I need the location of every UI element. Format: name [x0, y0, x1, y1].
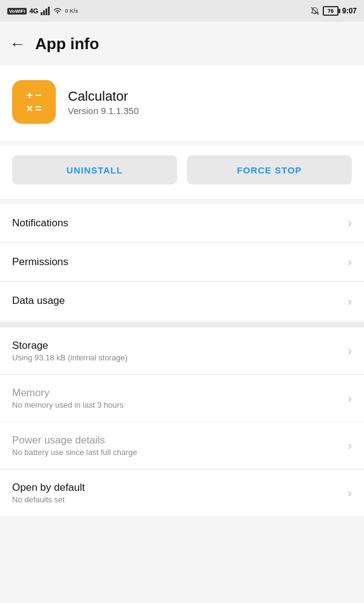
action-buttons: UNINSTALL FORCE STOP [0, 146, 364, 199]
svg-rect-1 [43, 10, 45, 15]
memory-content: Memory No memory used in last 3 hours [12, 387, 124, 409]
status-time: 9:07 [342, 7, 357, 15]
open-by-default-title: Open by default [12, 482, 85, 494]
data-speed: 0 K/s [65, 8, 78, 14]
battery-icon: 76 [323, 6, 339, 16]
notifications-title: Notifications [12, 217, 69, 229]
data-usage-title: Data usage [12, 295, 65, 307]
force-stop-button[interactable]: FORCE STOP [187, 155, 352, 184]
notifications-chevron: › [348, 216, 352, 230]
vowifi-badge: VoWiFi [7, 8, 27, 15]
status-bar: VoWiFi 4G 0 K/s 76 9:07 [0, 0, 364, 22]
app-info-card: + − × = Calculator Version 9.1.1.350 [0, 66, 364, 141]
svg-rect-2 [46, 8, 47, 15]
open-by-default-chevron: › [348, 486, 352, 500]
calc-times: × [26, 103, 33, 114]
app-name: Calculator [68, 89, 139, 104]
storage-subtitle: Using 93.18 kB (internal storage) [12, 353, 127, 362]
signal-icon [41, 7, 50, 15]
app-bar: ← App info [0, 22, 364, 66]
app-icon: + − × = [12, 80, 56, 124]
power-usage-content: Power usage details No battery use since… [12, 434, 137, 457]
permissions-title: Permissions [12, 256, 69, 268]
wifi-icon [53, 7, 62, 15]
permissions-item[interactable]: Permissions › [0, 243, 364, 281]
permissions-content: Permissions [12, 256, 69, 268]
page-title: App info [35, 35, 99, 53]
open-by-default-item[interactable]: Open by default No defaults set › [0, 470, 364, 516]
permissions-chevron: › [348, 255, 352, 269]
section-break [0, 323, 364, 328]
app-version: Version 9.1.1.350 [68, 106, 139, 116]
svg-rect-0 [41, 12, 42, 15]
svg-rect-3 [48, 7, 50, 15]
notifications-item[interactable]: Notifications › [0, 204, 364, 243]
open-by-default-content: Open by default No defaults set [12, 482, 85, 504]
notifications-content: Notifications [12, 217, 69, 229]
memory-subtitle: No memory used in last 3 hours [12, 400, 124, 409]
back-button[interactable]: ← [10, 36, 25, 52]
memory-chevron: › [348, 391, 352, 405]
data-usage-chevron: › [348, 294, 352, 308]
menu-section-1: Notifications › Permissions › Data usage… [0, 204, 364, 320]
data-usage-item[interactable]: Data usage › [0, 281, 364, 320]
app-icon-grid: + − × = [20, 84, 47, 120]
power-usage-chevron: › [348, 439, 352, 453]
data-usage-content: Data usage [12, 295, 65, 307]
uninstall-button[interactable]: UNINSTALL [12, 155, 177, 184]
status-right: 76 9:07 [311, 6, 357, 16]
battery-level: 76 [328, 8, 334, 14]
power-usage-item[interactable]: Power usage details No battery use since… [0, 422, 364, 470]
app-details: Calculator Version 9.1.1.350 [68, 89, 139, 116]
menu-section-2: Storage Using 93.18 kB (internal storage… [0, 328, 364, 516]
status-left: VoWiFi 4G 0 K/s [7, 7, 78, 15]
memory-title: Memory [12, 387, 124, 399]
storage-item[interactable]: Storage Using 93.18 kB (internal storage… [0, 328, 364, 375]
storage-content: Storage Using 93.18 kB (internal storage… [12, 340, 127, 362]
storage-title: Storage [12, 340, 127, 352]
calc-plus: + [26, 90, 33, 101]
power-usage-subtitle: No battery use since last full charge [12, 448, 137, 457]
power-usage-title: Power usage details [12, 434, 137, 446]
open-by-default-subtitle: No defaults set [12, 495, 85, 504]
network-type: 4G [29, 7, 38, 15]
calc-equals: = [35, 103, 42, 114]
notification-bell-icon [311, 7, 319, 15]
calc-minus: − [35, 90, 42, 101]
storage-chevron: › [348, 344, 352, 358]
memory-item[interactable]: Memory No memory used in last 3 hours › [0, 375, 364, 422]
